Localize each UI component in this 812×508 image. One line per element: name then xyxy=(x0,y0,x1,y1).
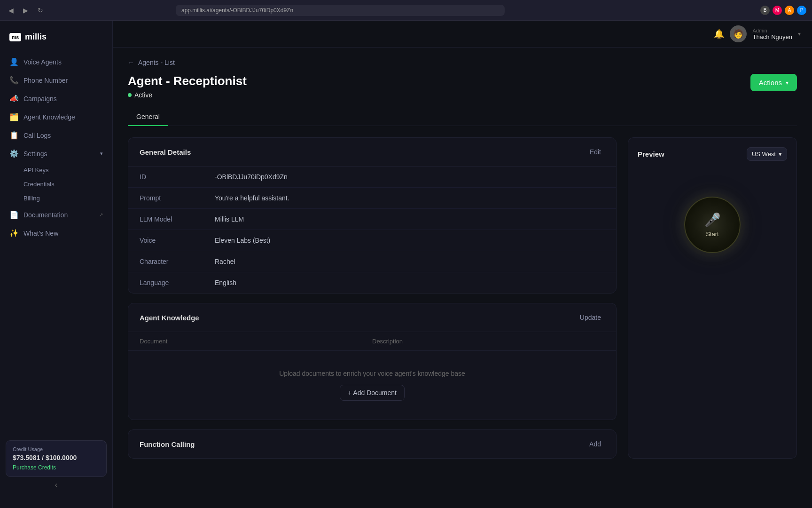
preview-header: Preview US West ▾ xyxy=(638,147,787,161)
detail-row-llm-model: LLM Model Millis LLM xyxy=(128,209,616,230)
general-details-header: General Details Edit xyxy=(128,138,616,167)
detail-value-voice: Eleven Labs (Best) xyxy=(215,237,270,244)
sidebar-label-credentials: Credentials xyxy=(23,181,55,188)
sidebar-item-api-keys[interactable]: API Keys xyxy=(4,163,109,177)
sidebar-item-documentation[interactable]: 📄 Documentation ↗ xyxy=(4,206,109,223)
agent-knowledge-header: Agent Knowledge Update xyxy=(128,303,616,332)
status-dot-icon xyxy=(128,93,132,97)
settings-chevron-icon: ▾ xyxy=(100,151,103,157)
detail-label-llm-model: LLM Model xyxy=(140,215,215,223)
function-calling-card: Function Calling Add xyxy=(128,429,617,459)
person-icon: 👤 xyxy=(9,57,19,66)
sidebar-collapse-button[interactable]: ‹ xyxy=(6,477,107,493)
region-chevron-icon: ▾ xyxy=(779,151,782,158)
phone-icon: 📞 xyxy=(9,76,19,85)
agent-knowledge-card: Agent Knowledge Update Document Descript… xyxy=(128,303,617,420)
external-link-icon: ↗ xyxy=(99,212,103,217)
add-document-button[interactable]: + Add Document xyxy=(340,385,405,401)
detail-value-id: -OBlBDJJu70iDp0Xd9Zn xyxy=(215,173,288,181)
page-header: Agent - Receptionist Active Actions ▾ xyxy=(128,74,797,99)
sidebar-item-call-logs[interactable]: 📋 Call Logs xyxy=(4,127,109,144)
user-menu-chevron-icon[interactable]: ▾ xyxy=(798,31,801,37)
refresh-button[interactable]: ↻ xyxy=(35,5,46,16)
sidebar-item-phone-number[interactable]: 📞 Phone Number xyxy=(4,71,109,89)
extension-icon-1[interactable]: B xyxy=(760,6,770,15)
knowledge-empty-state: Upload documents to enrich your voice ag… xyxy=(128,351,616,420)
sidebar-label-voice-agents: Voice Agents xyxy=(23,58,62,66)
logo-text: millis xyxy=(25,32,47,42)
extension-icon-3[interactable]: A xyxy=(785,6,794,15)
sidebar-item-agent-knowledge[interactable]: 🗂️ Agent Knowledge xyxy=(4,108,109,126)
user-role: Admin xyxy=(752,28,792,33)
add-function-button[interactable]: Add xyxy=(586,438,605,450)
tabs: General xyxy=(128,108,797,126)
microphone-icon: 🎤 xyxy=(704,212,721,228)
sidebar-footer: Credit Usage $73.5081 / $100.0000 Purcha… xyxy=(0,433,112,500)
extension-icon-4[interactable]: P xyxy=(797,6,806,15)
detail-label-id: ID xyxy=(140,173,215,181)
breadcrumb[interactable]: ← Agents - List xyxy=(128,59,797,66)
sidebar-label-agent-knowledge: Agent Knowledge xyxy=(23,113,75,121)
detail-label-character: Character xyxy=(140,258,215,265)
documentation-icon: 📄 xyxy=(9,210,19,219)
app-wrapper: ms millis 👤 Voice Agents 📞 Phone Number … xyxy=(0,21,812,508)
knowledge-col-description: Description xyxy=(372,338,403,345)
credit-usage-label: Credit Usage xyxy=(13,446,100,452)
region-label: US West xyxy=(752,151,776,158)
status-badge: Active xyxy=(128,91,247,99)
sidebar-label-campaigns: Campaigns xyxy=(23,95,57,103)
logo: ms millis xyxy=(0,28,112,53)
region-selector[interactable]: US West ▾ xyxy=(747,147,787,161)
detail-value-prompt: You're a helpful assistant. xyxy=(215,194,289,202)
url-bar[interactable]: app.millis.ai/agents/-OBlBDJJu70iDp0Xd9Z… xyxy=(176,5,505,16)
edit-button[interactable]: Edit xyxy=(586,146,605,158)
sidebar-item-settings[interactable]: ⚙️ Settings ▾ xyxy=(4,145,109,162)
credit-usage-value: $73.5081 / $100.0000 xyxy=(13,454,100,461)
preview-mic-area: 🎤 Start xyxy=(638,168,787,281)
back-button[interactable]: ◀ xyxy=(6,5,16,16)
extension-icon-2[interactable]: M xyxy=(773,6,782,15)
user-info: Admin Thach Nguyen xyxy=(752,28,792,40)
add-document-label: + Add Document xyxy=(348,389,397,397)
sidebar-label-call-logs: Call Logs xyxy=(23,132,51,139)
detail-row-character: Character Rachel xyxy=(128,251,616,272)
credit-usage-box: Credit Usage $73.5081 / $100.0000 Purcha… xyxy=(6,440,107,477)
detail-label-prompt: Prompt xyxy=(140,194,215,202)
notification-bell-icon[interactable]: 🔔 xyxy=(714,29,724,39)
breadcrumb-arrow-icon: ← xyxy=(128,59,134,66)
actions-chevron-icon: ▾ xyxy=(786,79,789,86)
avatar-placeholder: 🧑 xyxy=(733,29,743,39)
sidebar-item-voice-agents[interactable]: 👤 Voice Agents xyxy=(4,53,109,71)
forward-button[interactable]: ▶ xyxy=(20,5,31,16)
sidebar-label-phone-number: Phone Number xyxy=(23,77,68,84)
left-column: General Details Edit ID -OBlBDJJu70iDp0X… xyxy=(128,137,617,459)
detail-label-language: Language xyxy=(140,279,215,286)
call-logs-icon: 📋 xyxy=(9,131,19,140)
settings-submenu: API Keys Credentials Billing xyxy=(4,163,109,205)
sidebar-nav: 👤 Voice Agents 📞 Phone Number 📣 Campaign… xyxy=(0,53,112,433)
sidebar-label-whats-new: What's New xyxy=(23,230,58,237)
logo-icon: ms xyxy=(9,33,21,41)
detail-row-id: ID -OBlBDJJu70iDp0Xd9Zn xyxy=(128,167,616,188)
purchase-credits-link[interactable]: Purchase Credits xyxy=(13,464,100,471)
user-name: Thach Nguyen xyxy=(752,33,792,40)
sidebar-label-documentation: Documentation xyxy=(23,211,68,219)
detail-row-voice: Voice Eleven Labs (Best) xyxy=(128,230,616,251)
detail-label-voice: Voice xyxy=(140,237,215,244)
function-calling-title: Function Calling xyxy=(140,440,195,448)
update-button[interactable]: Update xyxy=(576,312,605,323)
preview-panel: Preview US West ▾ 🎤 Start xyxy=(628,137,797,459)
browser-icons: B M A P xyxy=(760,6,806,15)
sidebar-item-whats-new[interactable]: ✨ What's New xyxy=(4,224,109,242)
breadcrumb-text: Agents - List xyxy=(138,59,175,66)
tab-general[interactable]: General xyxy=(128,108,168,126)
actions-button[interactable]: Actions ▾ xyxy=(750,74,797,91)
browser-chrome: ◀ ▶ ↻ app.millis.ai/agents/-OBlBDJJu70iD… xyxy=(0,0,812,21)
settings-icon: ⚙️ xyxy=(9,149,19,158)
sidebar-item-credentials[interactable]: Credentials xyxy=(4,177,109,191)
start-mic-button[interactable]: 🎤 Start xyxy=(684,197,741,253)
whats-new-icon: ✨ xyxy=(9,229,19,238)
sidebar-item-campaigns[interactable]: 📣 Campaigns xyxy=(4,90,109,107)
sidebar-item-billing[interactable]: Billing xyxy=(4,191,109,205)
campaigns-icon: 📣 xyxy=(9,94,19,103)
